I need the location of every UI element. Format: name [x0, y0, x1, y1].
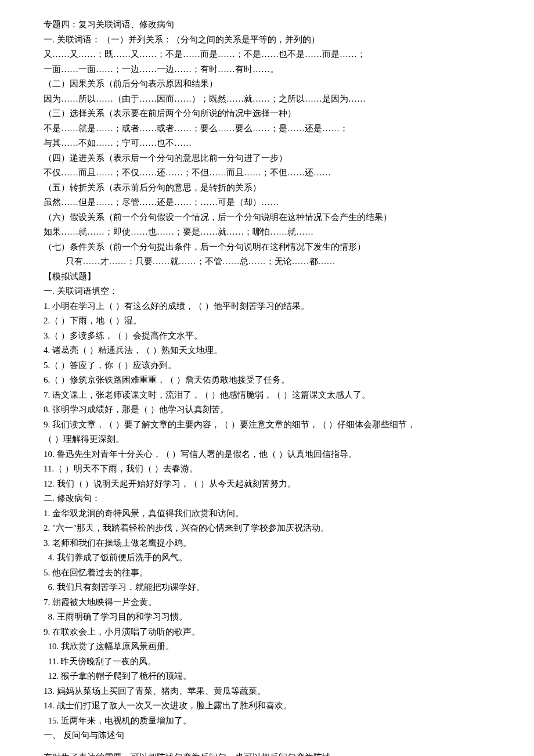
text-line: 9. 在联欢会上，小月演唱了动听的歌声。 — [44, 625, 490, 640]
text-line: 11. 昨天傍晚刮了一夜的风。 — [44, 654, 490, 669]
text-line: 1. 金华双龙洞的奇特风景，真值得我们欣赏和访问。 — [44, 506, 490, 521]
text-line: （三）选择关系（表示要在前后两个分句所说的情况中选择一种） — [44, 106, 490, 121]
text-line: 8. 张明学习成绩好，那是（ ）他学习认真刻苦。 — [44, 402, 490, 417]
text-line: 二. 修改病句： — [44, 491, 490, 506]
text-line: 3.（ ）多读多练，（ ）会提高作文水平。 — [44, 329, 490, 344]
text-line: 6. 我们只有刻苦学习，就能把功课学好。 — [44, 580, 490, 595]
text-line: 8. 王雨明确了学习目的和学习习惯。 — [44, 610, 490, 625]
text-line: 不是……就是……；或者……或者……；要么……要么……；是……还是……； — [44, 121, 490, 136]
text-line: （五）转折关系（表示前后分句的意思，是转折的关系） — [44, 181, 490, 196]
text-line: 5.（ ）答应了，你（ ）应该办到。 — [44, 358, 490, 373]
text-line: （四）递进关系（表示后一个分句的意思比前一分句进了一步） — [44, 151, 490, 166]
text-line: 2.（ ）下雨，地（ ）湿。 — [44, 314, 490, 329]
text-line: 虽然……但是……；尽管……还是……；……可是（却）…… — [44, 195, 490, 210]
text-line: （ ）理解得更深刻。 — [44, 432, 490, 447]
text-line: 一面……一面……；一边……一边……；有时……有时……。 — [44, 62, 490, 77]
text-line: 11.（ ）明天不下雨，我们（ ）去春游。 — [44, 462, 490, 477]
text-line: （二）因果关系（前后分句表示原因和结果） — [44, 77, 490, 92]
text-line: 又……又……；既……又……；不是……而是……；不是……也不是……而是……； — [44, 47, 490, 62]
text-line: 7. 语文课上，张老师读课文时，流泪了，（ ）他感情脆弱，（ ）这篇课文太感人了… — [44, 388, 490, 403]
text-line: 15. 近两年来，电视机的质量增加了。 — [44, 714, 490, 729]
text-line: 1. 小明在学习上（ ）有这么好的成绩，（ ）他平时刻苦学习的结果。 — [44, 299, 490, 314]
text-line: 12. 我们（ ）说明天起开始好好学习，（ ）从今天起就刻苦努力。 — [44, 477, 490, 492]
document-body: 专题四：复习关联词语、修改病句一. 关联词语： （一）并列关系：（分句之间的关系… — [44, 17, 490, 756]
text-line: 7. 朝霞被大地映得一片金黄。 — [44, 595, 490, 610]
text-line: 10. 我欣赏了这幅草原风景画册。 — [44, 639, 490, 654]
text-line: 不仅……而且……；不仅……还……；不但……而且……；不但……还…… — [44, 165, 490, 181]
text-line: 有时为了表达的需要，可以把陈述句变为反问句，也可以把反问句变为陈述 — [44, 750, 490, 757]
text-line: 一. 关联词语填空： — [44, 284, 490, 299]
text-line: 专题四：复习关联词语、修改病句 — [44, 17, 490, 33]
text-line: 4. 诸葛亮（ ）精通兵法，（ ）熟知天文地理。 — [44, 343, 490, 358]
text-line: （七）条件关系（前一个分句提出条件，后一个分句说明在这种情况下发生的情形） — [44, 240, 490, 255]
text-line: 13. 妈妈从菜场上买回了青菜、猪肉、苹果、黄瓜等蔬菜。 — [44, 684, 490, 699]
text-line: 【模拟试题】 — [44, 269, 490, 285]
text-line: 一、 反问句与陈述句 — [44, 728, 490, 743]
text-line: 10. 鲁迅先生对青年十分关心，（ ）写信人署的是假名，他（ ）认真地回信指导。 — [44, 447, 490, 462]
text-line: 12. 猴子拿的帽子爬到了桅杆的顶端。 — [44, 669, 490, 684]
text-line: （六）假设关系（前一个分句假设一个情况，后一个分句说明在这种情况下会产生的结果） — [44, 210, 490, 225]
text-line: 6.（ ）修筑京张铁路困难重重，（ ）詹天佑勇敢地接受了任务。 — [44, 373, 490, 388]
text-line: 5. 他在回忆着过去的往事。 — [44, 566, 490, 581]
text-line: 3. 老师和我们在操场上做老鹰捉小鸡。 — [44, 536, 490, 551]
text-line: 2. "六一"那天，我踏着轻松的步伐，兴奋的心情来到了学校参加庆祝活动。 — [44, 521, 490, 536]
text-line: 14. 战士们打退了敌人一次又一次进攻，脸上露出了胜利和喜欢。 — [44, 699, 490, 714]
text-line: 与其……不如……；宁可……也不…… — [44, 136, 490, 151]
text-line: 因为……所以……（由于……因而……）；既然……就……；之所以……是因为…… — [44, 92, 490, 107]
text-line: 4. 我们养成了饭前便后洗手的风气。 — [44, 550, 490, 566]
text-line: 9. 我们读文章，（ ）要了解文章的主要内容，（ ）要注意文章的细节，（ ）仔细… — [44, 417, 490, 433]
text-line: 只有……才……；只要……就……；不管……总……；无论……都…… — [44, 254, 490, 269]
text-line: 一. 关联词语： （一）并列关系：（分句之间的关系是平等的，并列的） — [44, 33, 490, 48]
text-line: 如果……就……；即使……也……；要是……就……；哪怕……就…… — [44, 225, 490, 240]
